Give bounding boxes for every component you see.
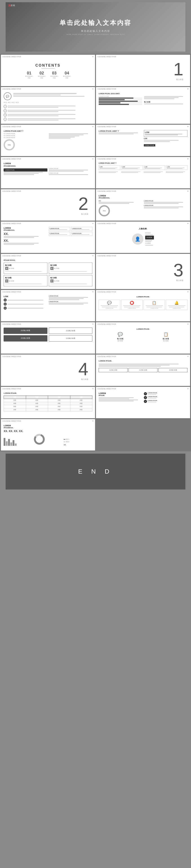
- slide-20: 点击此处输入标题文字内容 ⊕ LOREM IPSUM. 点击输入标题 点击输入标…: [96, 354, 190, 386]
- slide-label: 点击此处输入标题文字内容: [2, 222, 21, 225]
- slide-contents: 点击此处输入标题文字内容 ⊕ CONTENTS 01 单击此处输入内容 02 单…: [1, 55, 95, 86]
- slide-6-content: LOREM IPSUM. AMET T LOM LOM LOREM IPSUM.: [99, 130, 187, 147]
- slide-5-title: LOREM IPSUM AMET T: [4, 130, 92, 132]
- slide-icon: ⊕: [92, 323, 94, 325]
- slide-number-1: 点击此处输入标题文字内容 1 输入标题: [96, 55, 190, 86]
- slide-17: 点击此处输入标题文字内容 ⊕ 点击输入标题 点击输入标题 点击输入标题 点击输入…: [1, 322, 95, 353]
- slide-15-right: LOREM IPSUM. LOREM IPSUM.: [49, 295, 92, 311]
- slide-label: 点击此处输入标题文字内容: [97, 222, 116, 225]
- slide-label: 点击此处输入标题文字内容: [2, 420, 21, 422]
- slide-16-content: LOREM IPSUM. 💬 LOREM IPSUM ⭕ LOREM IPSUM…: [99, 296, 187, 310]
- end-text: E N D: [78, 468, 113, 475]
- contents-items: 01 单击此处输入内容 02 单击此处输入内容 03 单击此处输入内容 04 单…: [25, 71, 72, 79]
- slide-5: 点击此处输入标题文字内容 ⊕ LOREM IPSUM AMET T 01 LOR…: [1, 125, 95, 156]
- slide-label: 点击此处输入标题文字内容: [97, 323, 116, 326]
- slide-icon: ⊕: [92, 126, 94, 128]
- slide-8: 点击此处输入标题文字内容 ⊕ LOREM IPSUM. AMET T LOM L…: [96, 157, 190, 188]
- slide-label: 点击此处输入标题文字内容: [97, 56, 116, 58]
- slide-23-legend: 项目1 项目2 10.: [63, 438, 92, 446]
- contents-divider: [42, 68, 55, 69]
- slide-icon: ⊕: [187, 291, 189, 293]
- slide-18: 点击此处输入标题文字内容 ⊕ LOREM IPSUM. 💬 输入标题 输入标题 …: [96, 322, 190, 353]
- slide-7-title: LOREM: [4, 162, 92, 164]
- slide-10: 点击此处输入标题文字内容 ⊕ LOREM IPSUMDOSS. IPD. 75%…: [96, 189, 190, 221]
- cover-subtitle2: JKAM JKAM SKAFI GF OWLS, GKAWCPMKAWC MKI…: [66, 34, 125, 35]
- slide-icon: ⊕: [92, 291, 94, 293]
- end-page: E N D: [6, 454, 185, 490]
- slide-20-left: 点击输入标题 点击输入标题 点击输入标题: [99, 363, 187, 372]
- contents-item-2: 02 单击此处输入内容: [37, 71, 46, 79]
- slide-10-right: LOREM IPSUM. LOREM IPSUM.: [144, 200, 188, 216]
- slide-5-right: [49, 133, 92, 151]
- slide-label: 点击此处输入标题文字内容: [2, 88, 21, 90]
- slide-4-bars: LOREM IPSUMD: [99, 96, 142, 105]
- person-avatar: 👤: [132, 234, 143, 245]
- slide-icon: ⊕: [92, 388, 94, 390]
- slide-22-left: LOREM IPSUM.: [99, 392, 142, 403]
- slide-6: 点击此处输入标题文字内容 ⊕ LOREM IPSUM. AMET T LOM L…: [96, 125, 190, 156]
- cover-title: 单击此处输入文本内容: [59, 19, 132, 27]
- slide-icon: ⊕: [187, 323, 189, 325]
- big-number-4: 4: [78, 360, 88, 378]
- cover-page: 演界网 单击此处输入文本内容 单击此处输入文本内容 JKAM JKAM SKAF…: [6, 2, 185, 52]
- slide-icon: ⊕: [187, 126, 189, 128]
- big-number-3: 3: [173, 261, 184, 279]
- slide-15: 点击此处输入标题文字内容 ⊕ LOM 01 02 03: [1, 290, 95, 321]
- slide-icon: ⊕: [187, 388, 189, 390]
- big-number-4-label: 输入标题: [81, 378, 88, 380]
- slide-label: 点击此处输入标题文字内容: [2, 190, 21, 192]
- slide-label: 点击此处输入标题文字内容: [97, 291, 116, 293]
- slide-13: 点击此处输入标题文字内容 ⊕ IPSUM DOSS. 输入标题 ▼ 输入标题 输…: [1, 254, 95, 289]
- slide-4-text: 输入标题: [144, 96, 188, 105]
- slide-label: 点击此处输入标题文字内容: [97, 388, 116, 390]
- big-number-3-label: 输入标题: [176, 279, 183, 282]
- slide-icon: ⊕: [187, 190, 189, 192]
- slide-6-lom-box: LOM LOM LOREM IPSUM.: [144, 130, 188, 147]
- slide-icon: ⊕: [187, 158, 189, 160]
- slide-8-text: [99, 171, 187, 173]
- slide-label: 点击此处输入标题文字内容: [2, 323, 21, 326]
- contents-item-4: 04 单击此处输入内容: [62, 71, 72, 79]
- slide-label: 点击此处输入标题文字内容: [2, 355, 21, 358]
- slide-7: 点击此处输入标题文字内容 ⊕ LOREM IPSUMDSDSS. LOREM I…: [1, 157, 95, 188]
- slide-label: 点击此处输入标题文字内容: [2, 255, 21, 257]
- slide-23-bars: [4, 437, 32, 446]
- slide-22-right: B LOREM IPSUM. B LOREM IPSUM.: [144, 392, 188, 403]
- slide-13-grid: 输入标题 ▼ 输入标题 输入标题 ▼ 输入标题: [4, 262, 92, 286]
- slide-icon: ⊕: [187, 355, 189, 358]
- slide-label: 点击此处输入标题文字内容: [97, 190, 116, 192]
- slide-icon: ⊕: [92, 88, 94, 90]
- slide-label: 点击此处输入标题文字内容: [2, 56, 21, 58]
- slide-icon: ⊕: [92, 158, 94, 160]
- slide-23: 点击此处输入标题文字内容 ⊕ LOREM IPSUMDSS. XX. XX. X…: [1, 419, 95, 451]
- slide-15-content: LOM 01 02 03 LOREM IPSUM.: [4, 295, 92, 311]
- slide-label: 点击此处输入标题文字内容: [2, 291, 21, 293]
- slide-icon: ⊕: [187, 88, 189, 90]
- circle-icon-1: 💬: [4, 92, 11, 100]
- contents-title: CONTENTS: [35, 63, 61, 67]
- slide-12-content: 人物名称. 👤 职务描述: 2021职务. 2022职务.: [99, 227, 187, 246]
- slide-icon: ⊕: [187, 222, 189, 224]
- slide-number-2: 点击此处输入标题文字内容 2 输入标题: [1, 189, 95, 221]
- slide-7-left: LOREM IPSUM.: [4, 168, 48, 175]
- slide-21-table: 标题 标题 标题 标题 内容内容内容内容 内容内容内容内容 内容内容内容内容 内…: [4, 396, 92, 411]
- contents-item-3: 03 单击此处输入内容: [50, 71, 59, 79]
- slide-label: 点击此处输入标题文字内容: [2, 126, 21, 128]
- slide-7-right: LOREM IPSUM. LOREM IPSUM.: [49, 168, 92, 175]
- slide-3-row: 单 双单 双单 双单 双: [4, 101, 92, 103]
- cover-subtitle: 单击此处输入文本内容: [81, 29, 110, 33]
- slide-label: 点击此处输入标题文字内容: [97, 255, 116, 257]
- slide-number-4: 点击此处输入标题文字内容 4 输入标题: [1, 354, 95, 386]
- slide-label: 点击此处输入标题文字内容: [97, 355, 116, 358]
- slide-number-3: 点击此处输入标题文字内容 3 输入标题: [96, 254, 190, 289]
- big-number-1-label: 输入标题: [176, 78, 183, 81]
- slide-4: 点击此处输入标题文字内容 ⊕ LOREM IPSUM. SDSS AMET. L…: [96, 87, 190, 124]
- slide-17-grid: 点击输入标题 点击输入标题 点击输入标题 点击输入标题: [4, 328, 92, 341]
- slide-3: 点击此处输入标题文字内容 ⊕ 💬 单 双单 双单 双单 双 1: [1, 87, 95, 124]
- slide-12: 点击此处输入标题文字内容 ⊕ 人物名称. 👤 职务描述: 2021职务. 202…: [96, 221, 190, 253]
- slide-icon: ⊕: [92, 56, 94, 58]
- slide-icon: ⊕: [92, 255, 94, 257]
- slide-label: 点击此处输入标题文字内容: [97, 158, 116, 160]
- slide-11-right: LOREM IPSUM. LOREM IPSUM. LOREM IPSUM.: [49, 227, 92, 245]
- logo: 演界网: [8, 4, 15, 7]
